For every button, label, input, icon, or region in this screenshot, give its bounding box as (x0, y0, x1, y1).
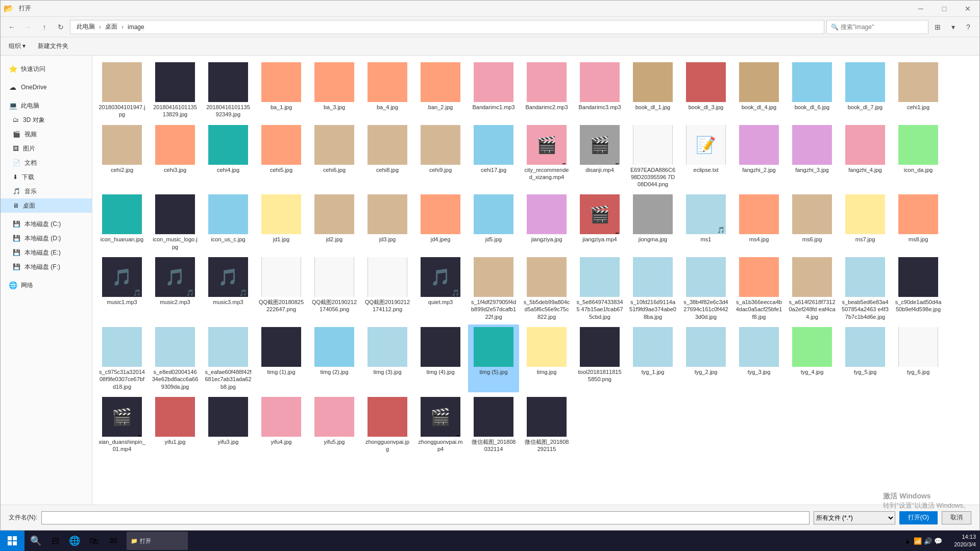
file-item[interactable]: 🎵🎵quiet.mp3 (415, 255, 466, 322)
file-item[interactable]: ba_1.jpg (256, 60, 307, 120)
search-input[interactable] (841, 23, 924, 31)
view-options-button[interactable]: ▾ (946, 20, 960, 34)
sidebar-item-drive-d[interactable]: 💾 本地磁盘 (D:) (1, 231, 92, 245)
taskbar-mail-icon[interactable]: ✉ (104, 532, 122, 550)
file-item[interactable]: book_dl_4.jpg (733, 60, 785, 120)
file-item[interactable]: jd5.jpg (468, 192, 519, 253)
sidebar-item-quick-access[interactable]: ⭐ 快速访问 (1, 62, 92, 76)
file-item[interactable]: s_a1b366eecca4b4dac0a5acf25bfe1f8.jpg (733, 255, 785, 322)
file-item[interactable]: s_38b4f82e6c3d427694c161c0f4423d0d.jpg (680, 255, 731, 322)
file-item[interactable]: yifu3.jpg (203, 394, 254, 455)
file-item[interactable]: fangzhi_2.jpg (733, 122, 785, 190)
file-item[interactable]: jiongma.jpg (627, 192, 678, 253)
file-item[interactable]: tyg_4.jpg (787, 324, 838, 392)
file-item[interactable]: timg (1).jpg (256, 324, 307, 392)
file-item[interactable]: timg (3).jpg (362, 324, 413, 392)
sidebar-item-desktop[interactable]: 🖥 桌面 (1, 198, 92, 213)
file-item[interactable]: icon_music_logo.jpg (150, 192, 201, 253)
file-item[interactable]: 20180416101135 13829.jpg (150, 60, 201, 120)
file-item[interactable]: s_beab5ed6e83a4507854a2463 e4f37b7c1b4d6… (840, 255, 891, 322)
file-item[interactable]: QQ截图20190212174056.png (309, 255, 360, 322)
file-item[interactable]: ba_3.jpg (309, 60, 360, 120)
file-item[interactable]: 🎵🎵music1.mp3 (96, 255, 148, 322)
file-item[interactable]: tyg_1.jpg (627, 324, 678, 392)
file-item[interactable]: fangzhi_3.jpg (787, 122, 838, 190)
start-button[interactable] (0, 531, 24, 551)
file-item[interactable]: s_10fd216d9114a51f9fd9ae374abe08ba.jpg (627, 255, 678, 322)
sidebar-item-pictures[interactable]: 🖼 图片 (1, 141, 92, 156)
file-item[interactable]: tyg_5.jpg (840, 324, 891, 392)
file-item[interactable]: tyg_3.jpg (733, 324, 785, 392)
path-desktop[interactable]: 桌面 (103, 21, 119, 32)
file-item[interactable]: s_a614f2618f7312 0a2ef248fd eaf4ca4.jpg (787, 255, 838, 322)
taskbar-store-icon[interactable]: 🛍 (85, 532, 103, 550)
file-item[interactable]: timg.jpg (521, 324, 572, 392)
file-item[interactable]: book_dl_6.jpg (787, 60, 838, 120)
file-item[interactable]: s_c975c31a3201408f9fe0307ce67bfd18.jpg (96, 324, 148, 392)
file-item[interactable]: Bandarimc2.mp3 (521, 60, 572, 120)
file-item[interactable]: 20180304101947.jpg (96, 60, 148, 120)
file-item[interactable]: 🎬city_recommended_xizang.mp4 (521, 122, 572, 190)
file-item[interactable]: cehi17.jpg (468, 122, 519, 190)
sidebar-item-drive-c[interactable]: 💾 本地磁盘 (C:) (1, 217, 92, 231)
path-image[interactable]: image (126, 22, 146, 32)
file-item[interactable]: 🎵🎵music2.mp3 (150, 255, 201, 322)
back-button[interactable]: ← (5, 20, 19, 34)
file-item[interactable]: E697EADA886C698D20395596 7D08D044.png (627, 122, 678, 190)
file-item[interactable]: QQ截图20180825222647.png (256, 255, 307, 322)
file-item[interactable]: tool20181811815 5850.png (574, 324, 625, 392)
clock[interactable]: 14:13 2020/3/4 (945, 533, 976, 549)
up-button[interactable]: ↑ (37, 20, 52, 34)
address-path[interactable]: 此电脑 › 桌面 › image (70, 20, 824, 34)
view-type-button[interactable]: ⊞ (930, 20, 945, 34)
file-item[interactable]: 微信截图_201808032114 (468, 394, 519, 455)
file-item[interactable]: 20180416101135 92349.jpg (203, 60, 254, 120)
organize-button[interactable]: 组织 ▾ (5, 39, 30, 54)
forward-button[interactable]: → (21, 20, 35, 34)
tray-network-icon[interactable]: 📶 (914, 537, 922, 545)
minimize-button[interactable]: ─ (909, 1, 933, 17)
file-item[interactable]: 🎬jiangziya.mp4 (574, 192, 625, 253)
sidebar-item-drive-f[interactable]: 💾 本地磁盘 (F:) (1, 260, 92, 274)
file-item[interactable]: cehi2.jpg (96, 122, 148, 190)
file-item[interactable]: cehi4.jpg (203, 122, 254, 190)
sidebar-item-music[interactable]: 🎵 音乐 (1, 184, 92, 198)
file-item[interactable]: s_1f4df297905f4db899d2e57dcafb122f.jpg (468, 255, 519, 322)
open-button[interactable]: 打开(O) (899, 511, 938, 524)
file-item[interactable]: jd2.jpg (309, 192, 360, 253)
file-item[interactable]: Bandarimc1.mp3 (468, 60, 519, 120)
tray-notification-icon[interactable]: 💬 (934, 537, 942, 545)
sidebar-item-thispc[interactable]: 💻 此电脑 (1, 98, 92, 113)
file-item[interactable]: ms6.jpg (787, 192, 838, 253)
file-item[interactable]: icon_huaruan.jpg (96, 192, 148, 253)
file-item[interactable]: icon_da.jpg (893, 122, 944, 190)
file-item[interactable]: jd4.jpeg (415, 192, 466, 253)
file-item[interactable]: s_c90de1ad50d4a50b9ef4d598e.jpg (893, 255, 944, 322)
file-item[interactable]: cehi6.jpg (309, 122, 360, 190)
file-item[interactable]: yifu4.jpg (256, 394, 307, 455)
filetype-select[interactable]: 所有文件 (*.*) (814, 511, 895, 524)
file-item[interactable]: book_dl_1.jpg (627, 60, 678, 120)
taskbar-taskview-icon[interactable]: ⊟ (46, 532, 64, 550)
file-item[interactable]: tyg_6.jpg (893, 324, 944, 392)
file-item[interactable]: ms8.jpg (893, 192, 944, 253)
taskbar-search-icon[interactable]: 🔍 (27, 532, 45, 550)
sidebar-item-network[interactable]: 🌐 网络 (1, 278, 92, 292)
file-item[interactable]: fangzhi_4.jpg (840, 122, 891, 190)
file-item[interactable]: 🎵🎵music3.mp3 (203, 255, 254, 322)
file-item[interactable]: ban_2.jpg (415, 60, 466, 120)
file-item[interactable]: book_dl_7.jpg (840, 60, 891, 120)
tray-expand-icon[interactable]: ▲ (903, 537, 912, 545)
file-item[interactable]: ms4.jpg (733, 192, 785, 253)
taskbar-explorer-app[interactable]: 📁 打开 (127, 532, 188, 550)
sidebar-item-downloads[interactable]: ⬇ 下载 (1, 170, 92, 184)
filename-input[interactable] (41, 511, 810, 524)
file-item[interactable]: timg (5).jpg (468, 324, 519, 392)
sidebar-item-docs[interactable]: 📄 文档 (1, 156, 92, 170)
file-item[interactable]: jd3.jpg (362, 192, 413, 253)
path-pc[interactable]: 此电脑 (75, 21, 97, 32)
file-item[interactable]: jiangziya.jpg (521, 192, 572, 253)
file-item[interactable]: yifu1.jpg (150, 394, 201, 455)
file-item[interactable]: ba_4.jpg (362, 60, 413, 120)
sidebar-item-3d[interactable]: 🗂 3D 对象 (1, 113, 92, 127)
